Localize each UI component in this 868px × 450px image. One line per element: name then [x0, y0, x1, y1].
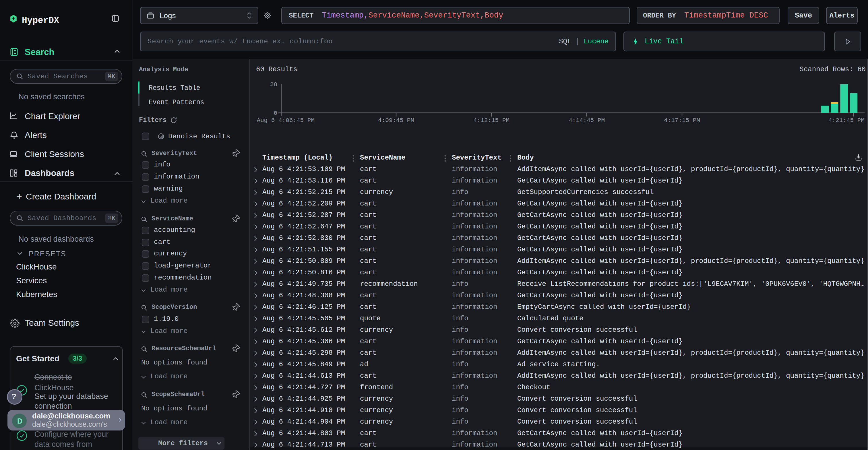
svg-text:28: 28 — [270, 81, 277, 88]
svg-text:4:21:45 PM: 4:21:45 PM — [828, 117, 865, 123]
svg-text:4:12:15 PM: 4:12:15 PM — [473, 117, 509, 123]
svg-text:4:17:15 PM: 4:17:15 PM — [664, 117, 700, 123]
svg-text:4:14:45 PM: 4:14:45 PM — [569, 117, 605, 123]
svg-text:Aug 6 4:06:45 PM: Aug 6 4:06:45 PM — [257, 117, 315, 123]
svg-text:4:09:45 PM: 4:09:45 PM — [378, 117, 414, 123]
svg-text:0: 0 — [274, 110, 277, 117]
